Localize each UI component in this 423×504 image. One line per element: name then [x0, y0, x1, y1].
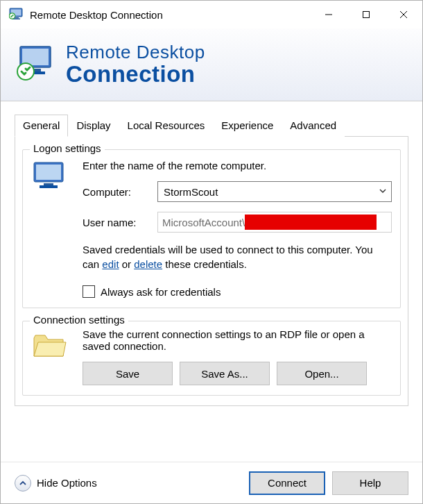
- edit-credentials-link[interactable]: edit: [102, 258, 119, 270]
- save-button[interactable]: Save: [83, 362, 173, 385]
- tab-advanced[interactable]: Advanced: [282, 115, 345, 137]
- window-title: Remote Desktop Connection: [30, 9, 310, 21]
- open-button[interactable]: Open...: [277, 362, 367, 385]
- tab-panel-general: Logon settings Enter the name of the rem…: [15, 137, 408, 406]
- svg-rect-6: [363, 12, 370, 18]
- banner: Remote Desktop Connection: [1, 28, 422, 101]
- svg-point-13: [17, 63, 34, 80]
- username-label: User name:: [83, 217, 157, 228]
- connection-settings-group: Connection settings Save the current con…: [22, 321, 401, 396]
- logon-settings-group: Logon settings Enter the name of the rem…: [22, 149, 401, 308]
- content-area: General Display Local Resources Experien…: [1, 101, 422, 462]
- logon-instruction: Enter the name of the remote computer.: [83, 160, 392, 171]
- svg-rect-17: [40, 185, 58, 188]
- chevron-down-icon: [378, 186, 388, 198]
- hide-options-toggle[interactable]: [15, 475, 31, 492]
- connect-button[interactable]: Connect: [249, 471, 325, 495]
- folder-icon: [31, 330, 78, 385]
- username-field[interactable]: MicrosoftAccount\: [157, 212, 392, 233]
- monitor-icon: [31, 160, 78, 298]
- tab-experience[interactable]: Experience: [213, 115, 282, 137]
- chevron-up-icon: [19, 479, 27, 487]
- tab-strip: General Display Local Resources Experien…: [15, 114, 408, 137]
- always-ask-checkbox[interactable]: [83, 285, 95, 298]
- computer-label: Computer:: [83, 186, 157, 198]
- saved-credentials-text: Saved credentials will be used to connec…: [83, 242, 392, 271]
- maximize-button[interactable]: [347, 1, 385, 28]
- footer: Hide Options Connect Help: [1, 462, 422, 503]
- window: Remote Desktop Connection Remote Desktop…: [0, 0, 423, 504]
- tab-display[interactable]: Display: [68, 115, 119, 137]
- banner-title-line2: Connection: [66, 62, 205, 87]
- hide-options-label: Hide Options: [37, 477, 97, 489]
- close-button[interactable]: [385, 1, 422, 28]
- computer-combo[interactable]: StormScout: [157, 181, 392, 202]
- svg-point-4: [9, 12, 15, 18]
- connection-settings-legend: Connection settings: [30, 314, 128, 326]
- svg-rect-15: [36, 165, 61, 180]
- rdc-banner-icon: [16, 44, 56, 86]
- save-as-button[interactable]: Save As...: [180, 362, 270, 385]
- delete-credentials-link[interactable]: delete: [134, 258, 162, 270]
- connection-instruction: Save the current connection settings to …: [83, 328, 392, 352]
- help-button[interactable]: Help: [332, 471, 408, 495]
- banner-title-line1: Remote Desktop: [66, 42, 205, 62]
- titlebar: Remote Desktop Connection: [1, 1, 422, 28]
- tab-general[interactable]: General: [15, 115, 68, 137]
- tab-local-resources[interactable]: Local Resources: [119, 115, 214, 137]
- computer-value: StormScout: [164, 186, 218, 198]
- username-redacted: [245, 215, 377, 230]
- always-ask-label: Always ask for credentials: [101, 286, 221, 298]
- rdc-app-icon: [9, 7, 23, 23]
- logon-settings-legend: Logon settings: [30, 142, 105, 154]
- username-value: MicrosoftAccount\: [162, 217, 245, 228]
- svg-rect-16: [44, 183, 53, 185]
- minimize-button[interactable]: [310, 1, 347, 28]
